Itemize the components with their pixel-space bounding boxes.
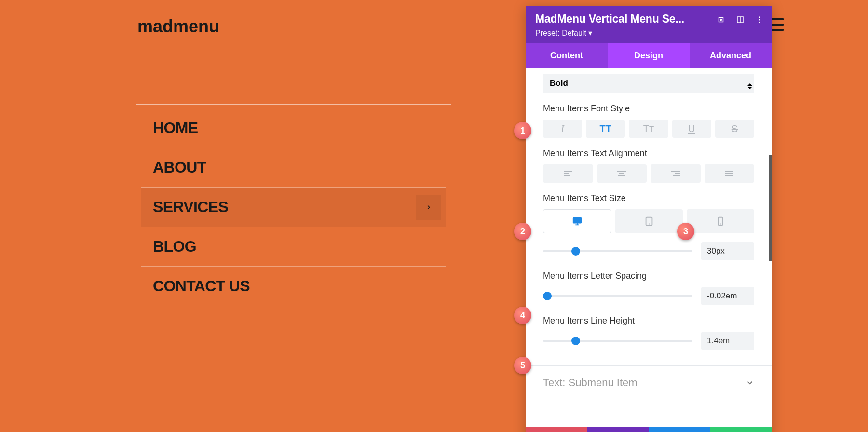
slider-thumb[interactable] [543, 292, 552, 300]
panel-footer [526, 427, 772, 432]
collapsed-section-label: Text: Submenu Item [543, 377, 637, 389]
letter-spacing-value-input[interactable]: -0.02em [701, 287, 754, 305]
tab-design[interactable]: Design [608, 43, 690, 68]
align-right-icon [671, 170, 680, 177]
font-style-label: Menu Items Font Style [543, 104, 754, 114]
text-size-label: Menu Items Text Size [543, 193, 754, 203]
phone-icon [715, 216, 726, 227]
alignment-label: Menu Items Text Alignment [543, 148, 754, 159]
align-center-button[interactable] [597, 164, 647, 183]
svg-rect-19 [573, 218, 582, 223]
save-button[interactable] [710, 427, 772, 432]
text-size-value-input[interactable]: 30px [701, 242, 754, 260]
align-justify-button[interactable] [705, 164, 755, 183]
columns-icon[interactable] [736, 15, 745, 26]
menu-item-label: SERVICES [153, 198, 228, 216]
line-height-label: Menu Items Line Height [543, 316, 754, 326]
svg-point-6 [759, 22, 760, 23]
align-right-button[interactable] [651, 164, 701, 183]
marker-1: 1 [514, 122, 531, 139]
align-center-icon [617, 170, 626, 177]
tab-advanced[interactable]: Advanced [690, 43, 772, 68]
tablet-icon [644, 216, 654, 227]
menu-item-home[interactable]: HOME [141, 108, 446, 148]
menu-item-contact[interactable]: CONTACT US [141, 267, 446, 306]
chevron-right-icon [425, 204, 432, 211]
logo: madmenu [137, 16, 219, 37]
settings-panel: MadMenu Vertical Menu Se... Preset: Defa… [526, 6, 772, 432]
align-left-button[interactable] [543, 164, 593, 183]
marker-2: 2 [514, 223, 531, 240]
panel-title: MadMenu Vertical Menu Se... [535, 13, 709, 26]
submenu-toggle[interactable] [416, 195, 441, 220]
menu-item-blog[interactable]: BLOG [141, 227, 446, 267]
uppercase-button[interactable]: TT [586, 120, 625, 138]
slider-thumb[interactable] [571, 337, 580, 345]
underline-button[interactable]: U [672, 120, 711, 138]
marker-3: 3 [677, 223, 694, 240]
letter-spacing-slider[interactable] [543, 295, 692, 297]
cancel-button[interactable] [526, 427, 587, 432]
menu-item-about[interactable]: ABOUT [141, 148, 446, 188]
desktop-device-button[interactable] [543, 209, 611, 233]
smallcaps-button[interactable]: TT [629, 120, 668, 138]
redo-button[interactable] [649, 427, 710, 432]
text-size-slider[interactable] [543, 250, 692, 252]
desktop-icon [572, 216, 583, 227]
line-height-value-input[interactable]: 1.4em [701, 332, 754, 350]
marker-5: 5 [514, 357, 531, 374]
submenu-item-text-section[interactable]: Text: Submenu Item [526, 365, 772, 400]
vertical-menu: HOME ABOUT SERVICES BLOG CONTACT US [136, 104, 451, 310]
tab-content[interactable]: Content [526, 43, 608, 68]
font-weight-value: Bold [550, 79, 568, 88]
align-left-icon [564, 170, 572, 177]
marker-4: 4 [514, 307, 531, 324]
undo-button[interactable] [587, 427, 649, 432]
panel-body: Bold Menu Items Font Style I TT TT U S M… [526, 68, 772, 427]
chevron-down-icon [746, 378, 754, 387]
svg-point-5 [759, 19, 760, 21]
svg-point-4 [759, 16, 760, 18]
phone-device-button[interactable] [687, 209, 754, 233]
svg-point-1 [720, 19, 722, 21]
tablet-device-button[interactable] [615, 209, 683, 233]
panel-header: MadMenu Vertical Menu Se... Preset: Defa… [526, 6, 772, 43]
slider-thumb[interactable] [571, 247, 580, 256]
letter-spacing-label: Menu Items Letter Spacing [543, 271, 754, 281]
line-height-slider[interactable] [543, 340, 692, 342]
tab-bar: Content Design Advanced [526, 43, 772, 68]
italic-button[interactable]: I [543, 120, 582, 138]
align-justify-icon [725, 170, 733, 177]
menu-item-services[interactable]: SERVICES [141, 188, 446, 227]
preset-selector[interactable]: Preset: Default ▾ [535, 28, 762, 38]
strikethrough-button[interactable]: S [715, 120, 754, 138]
expand-icon[interactable] [717, 15, 725, 26]
menu-dots-icon[interactable] [755, 15, 764, 26]
font-weight-select[interactable]: Bold [543, 74, 754, 93]
